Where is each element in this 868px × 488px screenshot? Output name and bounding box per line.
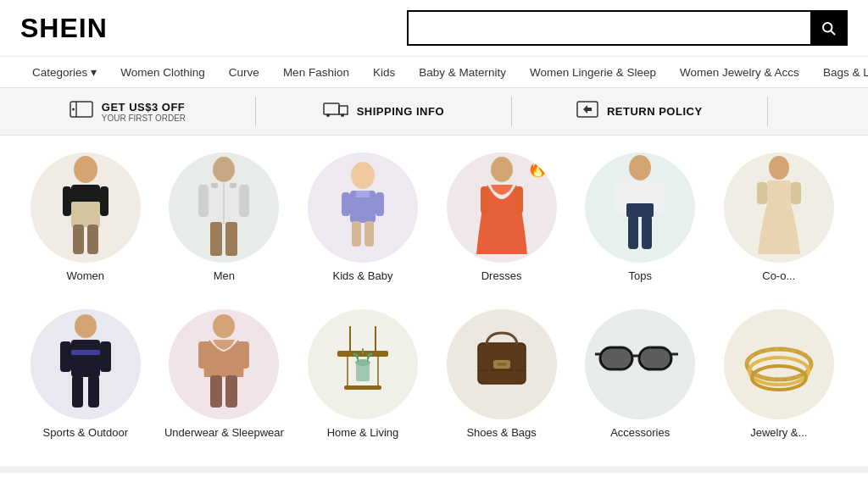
svg-rect-31 (352, 221, 361, 247)
nav-men-fashion[interactable]: Men Fashion (271, 58, 361, 87)
category-men[interactable]: Men (159, 152, 290, 284)
svg-rect-44 (767, 180, 791, 206)
svg-point-8 (341, 114, 344, 117)
svg-rect-57 (210, 375, 222, 408)
search-bar (407, 10, 848, 46)
coord-figure (745, 152, 813, 263)
svg-rect-41 (628, 215, 638, 249)
svg-rect-51 (100, 341, 111, 372)
svg-rect-58 (225, 375, 237, 408)
categories-row1: Women Men (0, 136, 868, 292)
svg-rect-77 (600, 347, 632, 369)
svg-rect-34 (481, 186, 489, 214)
category-underwear-sleepwear[interactable]: Underwear & Sleepwear (159, 309, 290, 441)
svg-rect-35 (515, 186, 523, 214)
category-shoes-bags[interactable]: Shoes & Bags (437, 309, 567, 441)
nav-jewelry-accs[interactable]: Women Jewelry & Accs (668, 58, 811, 87)
hot-badge: 🔥 (527, 158, 548, 178)
shoes-bags-figure (459, 318, 544, 411)
svg-point-7 (326, 114, 330, 117)
svg-rect-42 (642, 215, 652, 249)
sleepwear-figure (186, 309, 262, 419)
svg-rect-29 (342, 192, 350, 216)
men-figure (186, 152, 262, 263)
svg-rect-45 (757, 182, 767, 204)
svg-rect-5 (324, 103, 339, 114)
women-figure (47, 152, 124, 263)
category-tops[interactable]: Tops (575, 152, 705, 284)
promo-extra (768, 108, 868, 115)
header: SHEIN (0, 0, 868, 57)
svg-rect-14 (100, 186, 108, 216)
nav-bags-luggage[interactable]: Bags & Luggage (811, 58, 868, 87)
search-input[interactable] (409, 12, 810, 44)
nav-kids[interactable]: Kids (361, 58, 407, 87)
svg-rect-13 (63, 186, 71, 216)
svg-rect-78 (639, 347, 671, 369)
category-dresses[interactable]: 🔥 Dresses (437, 152, 567, 284)
svg-rect-15 (73, 225, 84, 254)
category-accessories[interactable]: Accessories (575, 309, 705, 441)
svg-rect-49 (71, 350, 100, 355)
svg-rect-16 (87, 225, 98, 254)
svg-rect-21 (230, 183, 236, 188)
nav-lingerie-sleep[interactable]: Women Lingerie & Sleep (518, 58, 668, 87)
nav-baby-maternity[interactable]: Baby & Maternity (407, 58, 518, 87)
return-icon (576, 100, 598, 123)
svg-rect-62 (344, 385, 381, 390)
svg-point-4 (72, 108, 75, 111)
svg-point-54 (213, 314, 235, 338)
category-coord[interactable]: Co-o... (714, 152, 844, 284)
svg-rect-20 (211, 183, 218, 188)
svg-rect-46 (791, 182, 801, 204)
svg-rect-38 (626, 203, 654, 217)
search-icon (821, 20, 836, 36)
svg-marker-6 (339, 106, 348, 114)
svg-rect-70 (497, 363, 507, 366)
svg-rect-32 (364, 221, 374, 247)
svg-rect-12 (71, 202, 100, 227)
nav: Categories ▾ Women Clothing Curve Men Fa… (0, 57, 868, 88)
svg-rect-53 (88, 375, 99, 408)
kids-figure (329, 157, 397, 258)
bottom-strip (0, 466, 868, 473)
svg-point-17 (213, 157, 235, 182)
svg-rect-28 (356, 191, 370, 197)
search-button[interactable] (810, 12, 846, 44)
svg-rect-56 (237, 341, 249, 369)
nav-women-clothing[interactable]: Women Clothing (108, 58, 217, 87)
svg-rect-48 (71, 340, 100, 377)
svg-point-66 (355, 359, 370, 366)
nav-curve[interactable]: Curve (217, 58, 271, 87)
category-women[interactable]: Women (20, 152, 151, 284)
svg-point-47 (75, 314, 97, 338)
svg-line-1 (831, 30, 834, 34)
accessories-figure (593, 330, 687, 398)
svg-rect-23 (239, 185, 249, 217)
promo-return[interactable]: RETURN POLICY (512, 97, 768, 126)
chevron-down-icon: ▾ (91, 65, 97, 79)
svg-rect-24 (210, 222, 222, 256)
svg-rect-30 (376, 192, 384, 216)
shipping-icon (323, 100, 348, 123)
promo-bar: GET US$3 OFF YOUR FIRST ORDER SHIPPING I… (0, 88, 868, 136)
promo-shipping[interactable]: SHIPPING INFO (256, 97, 512, 126)
sports-figure (47, 309, 124, 419)
category-sports-outdoor[interactable]: Sports & Outdoor (20, 309, 151, 441)
svg-rect-40 (654, 183, 665, 212)
svg-rect-25 (225, 222, 237, 256)
svg-point-43 (769, 156, 789, 180)
svg-point-36 (629, 155, 651, 180)
nav-categories[interactable]: Categories ▾ (20, 57, 108, 87)
jewelry-figure (737, 322, 821, 407)
svg-rect-39 (615, 183, 626, 212)
promo-discount[interactable]: GET US$3 OFF YOUR FIRST ORDER (0, 97, 256, 126)
category-kids-baby[interactable]: Kids & Baby (298, 152, 428, 284)
svg-rect-50 (60, 341, 71, 372)
category-jewelry[interactable]: Jewelry &... (714, 309, 844, 441)
svg-rect-55 (198, 341, 210, 369)
category-home-living[interactable]: Home & Living (298, 309, 428, 441)
svg-rect-52 (72, 375, 83, 408)
categories-row2: Sports & Outdoor Underwear & Sleepwear (0, 292, 868, 458)
svg-point-10 (74, 156, 97, 183)
